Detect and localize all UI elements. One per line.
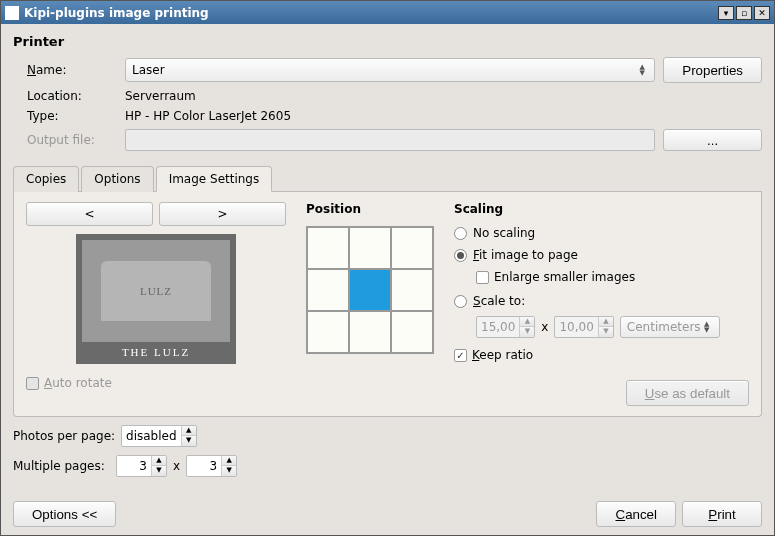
- printer-name-dropdown[interactable]: Laser ▲▼: [125, 58, 655, 82]
- footer: Options << Cancel Print: [13, 493, 762, 527]
- spin-up-icon: ▲: [599, 317, 613, 327]
- maximize-button[interactable]: ▫: [736, 6, 752, 20]
- tab-options[interactable]: Options: [81, 166, 153, 192]
- output-file-label: Output file:: [27, 133, 117, 147]
- options-toggle-button[interactable]: Options <<: [13, 501, 116, 527]
- position-heading: Position: [306, 202, 434, 216]
- image-settings-panel: < > LULZ THE LULZ Auto rotate: [13, 192, 762, 417]
- pos-middle-left[interactable]: [307, 269, 349, 311]
- photos-per-page-label: Photos per page:: [13, 429, 115, 443]
- close-button[interactable]: ✕: [754, 6, 770, 20]
- position-grid: [306, 226, 434, 354]
- print-button[interactable]: Print: [682, 501, 762, 527]
- fit-image-label: Fit image to page: [473, 248, 578, 262]
- dropdown-arrows-icon: ▲▼: [636, 64, 648, 76]
- image-preview: LULZ THE LULZ: [76, 234, 236, 364]
- scale-unit-dropdown: Centimeters ▲▼: [620, 316, 720, 338]
- photos-per-page-row: Photos per page: disabled ▲▼: [13, 425, 762, 447]
- no-scaling-radio[interactable]: No scaling: [454, 226, 749, 240]
- location-label: Location:: [27, 89, 117, 103]
- spin-up-icon[interactable]: ▲: [222, 456, 236, 466]
- minimize-button[interactable]: ▾: [718, 6, 734, 20]
- pos-bottom-center[interactable]: [349, 311, 391, 353]
- preview-stone: LULZ: [101, 261, 211, 321]
- auto-rotate-box: [26, 377, 39, 390]
- pos-middle-center[interactable]: [349, 269, 391, 311]
- pos-bottom-left[interactable]: [307, 311, 349, 353]
- radio-icon: [454, 227, 467, 240]
- no-scaling-label: No scaling: [473, 226, 535, 240]
- preview-image-area: LULZ: [82, 240, 230, 342]
- auto-rotate-label: Auto rotate: [44, 376, 112, 390]
- multiple-pages-x: x: [173, 459, 180, 473]
- position-column: Position: [306, 202, 434, 406]
- spin-down-icon[interactable]: ▼: [182, 436, 196, 446]
- auto-rotate-checkbox[interactable]: Auto rotate: [26, 376, 286, 390]
- scale-unit-value: Centimeters: [627, 320, 701, 334]
- scale-to-radio[interactable]: Scale to:: [454, 294, 749, 308]
- prev-image-button[interactable]: <: [26, 202, 153, 226]
- scaling-heading: Scaling: [454, 202, 749, 216]
- output-file-input: [125, 129, 655, 151]
- dropdown-arrows-icon: ▲▼: [701, 321, 713, 333]
- spin-down-icon[interactable]: ▼: [152, 466, 166, 476]
- pos-top-right[interactable]: [391, 227, 433, 269]
- printer-name-value: Laser: [132, 63, 636, 77]
- radio-icon: [454, 249, 467, 262]
- content: Printer Name: Laser ▲▼ Properties Locati…: [1, 24, 774, 535]
- properties-button[interactable]: Properties: [663, 57, 762, 83]
- app-icon: [5, 6, 19, 20]
- name-label: Name:: [27, 63, 117, 77]
- output-file-browse-button[interactable]: ...: [663, 129, 762, 151]
- scale-width-spin: 15,00 ▲▼: [476, 316, 535, 338]
- spin-down-icon: ▼: [520, 327, 534, 337]
- multiple-pages-row: Multiple pages: 3 ▲▼ x 3 ▲▼: [13, 455, 762, 477]
- photos-per-page-spin[interactable]: disabled ▲▼: [121, 425, 197, 447]
- window-title: Kipi-plugins image printing: [24, 6, 716, 20]
- location-value: Serverraum: [125, 89, 762, 103]
- scale-height-spin: 10,00 ▲▼: [554, 316, 613, 338]
- scale-height-value: 10,00: [555, 320, 597, 334]
- scaling-column: Scaling No scaling Fit image to page Enl…: [454, 202, 749, 406]
- multiple-pages-cols-spin[interactable]: 3 ▲▼: [116, 455, 167, 477]
- next-image-button[interactable]: >: [159, 202, 286, 226]
- spin-up-icon[interactable]: ▲: [152, 456, 166, 466]
- tabs: Copies Options Image Settings: [13, 165, 762, 192]
- enlarge-box: [476, 271, 489, 284]
- tab-image-settings[interactable]: Image Settings: [156, 166, 273, 192]
- radio-icon: [454, 295, 467, 308]
- type-label: Type:: [27, 109, 117, 123]
- fit-image-radio[interactable]: Fit image to page: [454, 248, 749, 262]
- keep-ratio-box: ✓: [454, 349, 467, 362]
- titlebar: Kipi-plugins image printing ▾ ▫ ✕: [1, 1, 774, 24]
- pos-top-left[interactable]: [307, 227, 349, 269]
- multiple-pages-rows-value: 3: [187, 459, 221, 473]
- spin-up-icon[interactable]: ▲: [182, 426, 196, 436]
- tab-copies[interactable]: Copies: [13, 166, 79, 192]
- keep-ratio-label: Keep ratio: [472, 348, 533, 362]
- window: Kipi-plugins image printing ▾ ▫ ✕ Printe…: [0, 0, 775, 536]
- printer-section-title: Printer: [13, 34, 762, 49]
- keep-ratio-checkbox[interactable]: ✓ Keep ratio: [454, 348, 749, 362]
- photos-per-page-value: disabled: [122, 429, 181, 443]
- enlarge-label: Enlarge smaller images: [494, 270, 635, 284]
- type-value: HP - HP Color LaserJet 2605: [125, 109, 762, 123]
- pos-bottom-right[interactable]: [391, 311, 433, 353]
- spin-down-icon: ▼: [599, 327, 613, 337]
- scale-width-value: 15,00: [477, 320, 519, 334]
- scale-x-label: x: [541, 320, 548, 334]
- cancel-button[interactable]: Cancel: [596, 501, 676, 527]
- scale-dimensions-row: 15,00 ▲▼ x 10,00 ▲▼ Centimeters ▲▼: [476, 316, 749, 338]
- bottom-rows: Photos per page: disabled ▲▼ Multiple pa…: [13, 425, 762, 477]
- spin-up-icon: ▲: [520, 317, 534, 327]
- use-as-default-button: Use as default: [626, 380, 749, 406]
- multiple-pages-cols-value: 3: [117, 459, 151, 473]
- pos-top-center[interactable]: [349, 227, 391, 269]
- enlarge-checkbox[interactable]: Enlarge smaller images: [476, 270, 749, 284]
- scale-to-label: Scale to:: [473, 294, 525, 308]
- printer-grid: Name: Laser ▲▼ Properties Location: Serv…: [27, 57, 762, 151]
- pos-middle-right[interactable]: [391, 269, 433, 311]
- multiple-pages-rows-spin[interactable]: 3 ▲▼: [186, 455, 237, 477]
- preview-column: < > LULZ THE LULZ Auto rotate: [26, 202, 286, 406]
- spin-down-icon[interactable]: ▼: [222, 466, 236, 476]
